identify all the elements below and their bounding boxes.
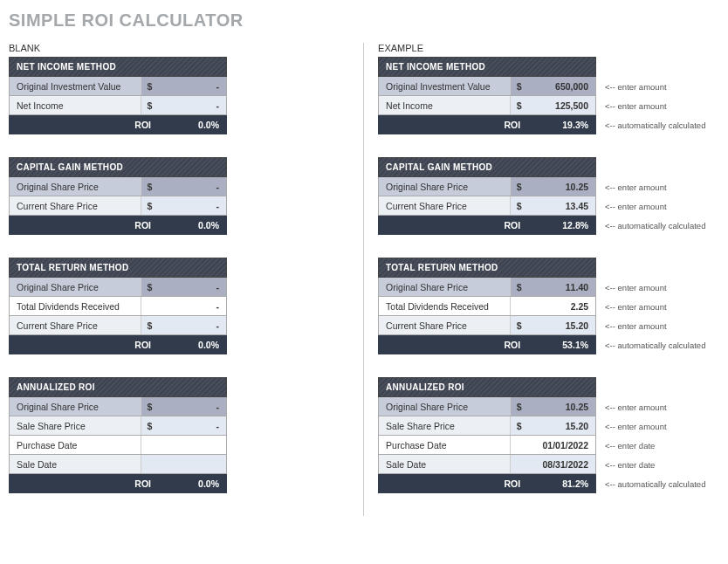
section-header-capital-gain: CAPITAL GAIN METHOD bbox=[378, 157, 596, 177]
value-orig-share-an-blank[interactable]: - bbox=[158, 397, 226, 416]
label-orig-share: Original Share Price bbox=[379, 278, 510, 296]
hint-enter-amount: <-- enter amount bbox=[596, 397, 719, 416]
label-orig-share: Original Share Price bbox=[10, 397, 141, 416]
currency-symbol bbox=[141, 455, 158, 473]
value-roi-cg-blank: 0.0% bbox=[158, 217, 226, 234]
value-orig-share-an-example[interactable]: 10.25 bbox=[527, 397, 595, 416]
value-roi-tr-example: 53.1% bbox=[527, 336, 595, 354]
label-purchase-date: Purchase Date bbox=[10, 436, 141, 454]
currency-symbol bbox=[510, 297, 527, 315]
row-curr-share-tr-blank: Current Share Price $ - bbox=[9, 316, 227, 335]
row-roi-total-return-example: ROI 53.1% bbox=[378, 335, 596, 354]
section-header-net-income: NET INCOME METHOD bbox=[378, 57, 596, 77]
currency-symbol: $ bbox=[141, 196, 158, 215]
column-header-example: EXAMPLE bbox=[378, 43, 719, 53]
value-curr-share-tr-blank[interactable]: - bbox=[158, 316, 226, 334]
block-total-return-example: TOTAL RETURN METHOD Original Share Price… bbox=[378, 258, 719, 354]
page-title: SIMPLE ROI CALCULATOR bbox=[9, 10, 719, 31]
row-purchase-date-example: Purchase Date 01/01/2022 bbox=[378, 436, 596, 455]
value-orig-invest-blank[interactable]: - bbox=[158, 77, 226, 95]
row-orig-share-an-blank: Original Share Price $ - bbox=[9, 397, 227, 416]
value-sale-date-example[interactable]: 08/31/2022 bbox=[527, 455, 595, 473]
value-orig-invest-example[interactable]: 650,000 bbox=[527, 77, 595, 95]
currency-symbol: $ bbox=[510, 96, 527, 114]
label-orig-share: Original Share Price bbox=[10, 278, 141, 296]
value-dividends-example[interactable]: 2.25 bbox=[527, 297, 595, 315]
currency-symbol bbox=[510, 436, 527, 454]
label-sale-share: Sale Share Price bbox=[379, 416, 510, 435]
value-orig-share-cg-example[interactable]: 10.25 bbox=[527, 177, 595, 196]
value-orig-share-tr-example[interactable]: 11.40 bbox=[527, 278, 595, 296]
section-header-annualized: ANNUALIZED ROI bbox=[378, 377, 596, 397]
label-orig-invest: Original Investment Value bbox=[379, 77, 510, 95]
currency-symbol: $ bbox=[510, 316, 527, 334]
label-roi: ROI bbox=[10, 336, 158, 354]
row-roi-capital-gain-example: ROI 12.8% bbox=[378, 216, 596, 235]
currency-symbol: $ bbox=[510, 77, 527, 95]
column-header-blank: BLANK bbox=[9, 43, 337, 53]
value-roi-an-example: 81.2% bbox=[527, 475, 595, 492]
section-header-net-income: NET INCOME METHOD bbox=[9, 57, 227, 77]
label-dividends: Total Dividends Received bbox=[10, 297, 141, 315]
row-curr-share-cg-blank: Current Share Price $ - bbox=[9, 196, 227, 216]
label-net-income: Net Income bbox=[379, 96, 510, 114]
value-curr-share-tr-example[interactable]: 15.20 bbox=[527, 316, 595, 334]
block-annualized-blank: ANNUALIZED ROI Original Share Price $ - … bbox=[9, 377, 337, 493]
block-net-income-example: NET INCOME METHOD Original Investment Va… bbox=[378, 57, 719, 134]
value-sale-share-example[interactable]: 15.20 bbox=[527, 416, 595, 435]
currency-symbol: $ bbox=[141, 278, 158, 296]
hint-enter-amount: <-- enter amount bbox=[596, 416, 719, 436]
label-orig-invest: Original Investment Value bbox=[10, 77, 141, 95]
row-roi-net-income-blank: ROI 0.0% bbox=[9, 115, 227, 134]
currency-symbol: $ bbox=[510, 397, 527, 416]
row-curr-share-cg-example: Current Share Price $ 13.45 bbox=[378, 196, 596, 216]
value-purchase-date-example[interactable]: 01/01/2022 bbox=[527, 436, 595, 454]
currency-symbol bbox=[141, 297, 158, 315]
row-orig-invest-blank: Original Investment Value $ - bbox=[9, 77, 227, 96]
label-orig-share: Original Share Price bbox=[10, 177, 141, 196]
section-header-annualized: ANNUALIZED ROI bbox=[9, 377, 227, 397]
value-roi-cg-example: 12.8% bbox=[527, 217, 595, 234]
value-roi-tr-blank: 0.0% bbox=[158, 336, 226, 354]
value-roi-net-income-blank: 0.0% bbox=[158, 116, 226, 134]
value-purchase-date-blank[interactable] bbox=[158, 436, 226, 454]
row-sale-share-blank: Sale Share Price $ - bbox=[9, 416, 227, 436]
hint-enter-amount: <-- enter amount bbox=[596, 316, 719, 335]
value-dividends-blank[interactable]: - bbox=[158, 297, 226, 315]
currency-symbol bbox=[141, 436, 158, 454]
row-roi-annualized-example: ROI 81.2% bbox=[378, 474, 596, 493]
hint-enter-amount: <-- enter amount bbox=[596, 96, 719, 115]
currency-symbol: $ bbox=[141, 397, 158, 416]
value-sale-date-blank[interactable] bbox=[158, 455, 226, 473]
row-orig-share-tr-example: Original Share Price $ 11.40 bbox=[378, 278, 596, 297]
block-annualized-example: ANNUALIZED ROI Original Share Price $ 10… bbox=[378, 377, 719, 493]
value-orig-share-tr-blank[interactable]: - bbox=[158, 278, 226, 296]
value-net-income-example[interactable]: 125,500 bbox=[527, 96, 595, 114]
value-curr-share-cg-blank[interactable]: - bbox=[158, 196, 226, 215]
row-orig-share-an-example: Original Share Price $ 10.25 bbox=[378, 397, 596, 416]
hint-enter-amount: <-- enter amount bbox=[596, 297, 719, 316]
value-curr-share-cg-example[interactable]: 13.45 bbox=[527, 196, 595, 215]
value-sale-share-blank[interactable]: - bbox=[158, 416, 226, 435]
section-header-total-return: TOTAL RETURN METHOD bbox=[9, 258, 227, 278]
block-capital-gain-example: CAPITAL GAIN METHOD Original Share Price… bbox=[378, 157, 719, 235]
value-orig-share-cg-blank[interactable]: - bbox=[158, 177, 226, 196]
value-net-income-blank[interactable]: - bbox=[158, 96, 226, 114]
block-net-income-blank: NET INCOME METHOD Original Investment Va… bbox=[9, 57, 337, 134]
row-orig-share-cg-example: Original Share Price $ 10.25 bbox=[378, 177, 596, 196]
row-orig-share-cg-blank: Original Share Price $ - bbox=[9, 177, 227, 196]
row-roi-net-income-example: ROI 19.3% bbox=[378, 115, 596, 134]
label-curr-share: Current Share Price bbox=[10, 316, 141, 334]
currency-symbol: $ bbox=[510, 196, 527, 215]
currency-symbol bbox=[510, 455, 527, 473]
currency-symbol: $ bbox=[510, 177, 527, 196]
row-roi-annualized-blank: ROI 0.0% bbox=[9, 474, 227, 493]
label-roi: ROI bbox=[10, 217, 158, 234]
block-capital-gain-blank: CAPITAL GAIN METHOD Original Share Price… bbox=[9, 157, 337, 235]
row-net-income-blank: Net Income $ - bbox=[9, 96, 227, 115]
section-header-total-return: TOTAL RETURN METHOD bbox=[378, 258, 596, 278]
label-roi: ROI bbox=[379, 217, 527, 234]
column-example: EXAMPLE NET INCOME METHOD Original Inves… bbox=[364, 43, 719, 516]
label-sale-date: Sale Date bbox=[379, 455, 510, 473]
label-curr-share: Current Share Price bbox=[10, 196, 141, 215]
